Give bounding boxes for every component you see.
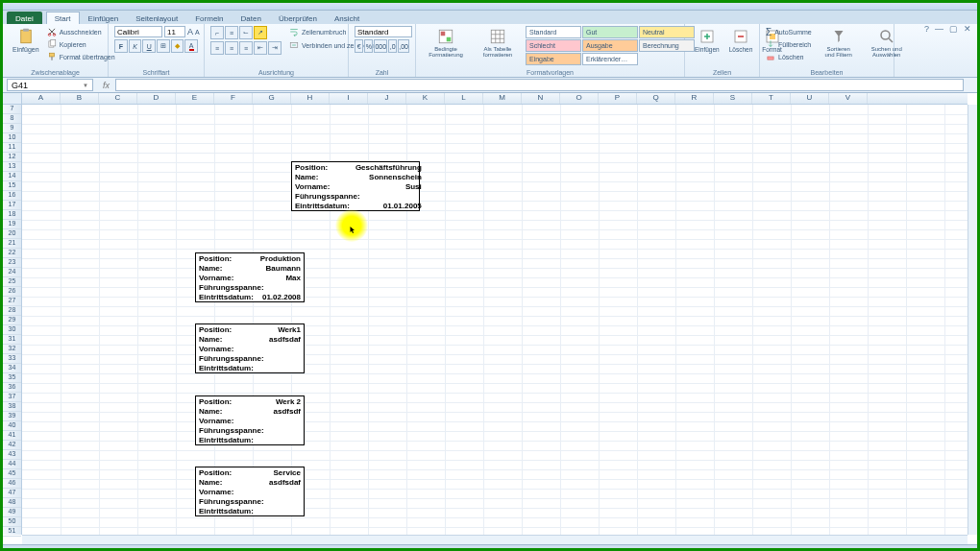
col-header-D[interactable]: D [137, 93, 176, 104]
fx-icon[interactable]: fx [103, 81, 110, 90]
grid-area[interactable]: Position:GeschäftsführungName:Sonnensche… [22, 105, 968, 535]
row-header-31[interactable]: 31 [3, 335, 21, 345]
row-header-39[interactable]: 39 [3, 412, 21, 421]
tab-einfuegen[interactable]: Einfügen [80, 12, 128, 24]
conditional-format-button[interactable]: Bedingte Formatierung [422, 26, 470, 60]
row-header-45[interactable]: 45 [3, 469, 21, 479]
dec-inc-button[interactable]: ,0 [388, 39, 397, 53]
org-card-c3[interactable]: Position:Werk1Name:asdfsdafVorname:Führu… [195, 323, 305, 373]
help-icon[interactable]: ? [924, 24, 929, 34]
row-header-48[interactable]: 48 [3, 498, 21, 508]
align-left-button[interactable]: ≡ [210, 41, 224, 55]
align-top-button[interactable]: ⌐ [210, 26, 224, 39]
row-header-34[interactable]: 34 [3, 364, 21, 373]
style-gut[interactable]: Gut [582, 26, 638, 38]
org-card-c2[interactable]: Position:ProduktionName:BaumannVorname:M… [195, 252, 305, 302]
col-header-G[interactable]: G [253, 93, 291, 104]
cut-button[interactable]: Ausschneiden [47, 26, 115, 37]
col-header-P[interactable]: P [599, 93, 637, 104]
align-bottom-button[interactable]: ⌙ [239, 26, 253, 39]
border-button[interactable]: ⊞ [157, 39, 170, 53]
dec-dec-button[interactable]: ,00 [398, 39, 409, 53]
row-header-50[interactable]: 50 [3, 517, 21, 527]
col-header-R[interactable]: R [675, 93, 714, 104]
row-header-27[interactable]: 27 [3, 297, 21, 306]
tab-ansicht[interactable]: Ansicht [326, 12, 368, 24]
col-header-A[interactable]: A [22, 93, 61, 104]
row-header-9[interactable]: 9 [3, 124, 21, 133]
row-header-43[interactable]: 43 [3, 450, 21, 460]
tab-ueberpruefen[interactable]: Überprüfen [270, 12, 326, 24]
col-header-E[interactable]: E [176, 93, 214, 104]
row-header-20[interactable]: 20 [3, 229, 21, 239]
format-as-table-button[interactable]: Als Tabelle formatieren [474, 26, 522, 60]
row-header-18[interactable]: 18 [3, 210, 21, 220]
horizontal-scrollbar[interactable] [22, 535, 968, 544]
tab-formeln[interactable]: Formeln [186, 12, 232, 24]
row-header-15[interactable]: 15 [3, 181, 21, 191]
maximize-icon[interactable]: ▢ [949, 24, 958, 34]
select-all-corner[interactable] [3, 93, 22, 105]
col-header-V[interactable]: V [829, 93, 868, 104]
row-header-24[interactable]: 24 [3, 268, 21, 277]
col-header-J[interactable]: J [368, 93, 406, 104]
row-header-25[interactable]: 25 [3, 277, 21, 287]
row-header-38[interactable]: 38 [3, 402, 21, 412]
align-right-button[interactable]: ≡ [239, 41, 253, 55]
row-header-10[interactable]: 10 [3, 133, 21, 143]
tab-file[interactable]: Datei [7, 12, 42, 24]
col-header-I[interactable]: I [330, 93, 368, 104]
col-header-F[interactable]: F [214, 93, 253, 104]
thousands-button[interactable]: 000 [374, 39, 387, 53]
org-card-c4[interactable]: Position:Werk 2Name:asdfsdfVorname:Führu… [195, 395, 305, 445]
row-header-29[interactable]: 29 [3, 316, 21, 325]
bold-button[interactable]: F [114, 39, 128, 53]
tab-daten[interactable]: Daten [233, 12, 270, 24]
cell-styles-gallery[interactable]: Standard Gut Neutral Schlecht Ausgabe Be… [526, 26, 695, 65]
autosum-button[interactable]: ΣAutoSumme [766, 26, 812, 37]
underline-button[interactable]: U [142, 39, 156, 53]
col-header-L[interactable]: L [445, 93, 483, 104]
align-center-button[interactable]: ≡ [225, 41, 238, 55]
find-select-button[interactable]: Suchen und Auswählen [866, 26, 908, 62]
row-header-35[interactable]: 35 [3, 373, 21, 383]
row-header-19[interactable]: 19 [3, 220, 21, 229]
row-header-21[interactable]: 21 [3, 239, 21, 249]
row-header-46[interactable]: 46 [3, 479, 21, 489]
worksheet[interactable]: ABCDEFGHIJKLMNOPQRSTUV 78910111213141516… [3, 93, 977, 544]
row-header-42[interactable]: 42 [3, 441, 21, 450]
row-header-44[interactable]: 44 [3, 460, 21, 469]
col-header-K[interactable]: K [406, 93, 445, 104]
align-middle-button[interactable]: ≡ [225, 26, 238, 39]
font-name-select[interactable] [114, 26, 162, 37]
row-header-49[interactable]: 49 [3, 508, 21, 517]
col-header-B[interactable]: B [61, 93, 99, 104]
col-header-M[interactable]: M [483, 93, 522, 104]
org-card-c1[interactable]: Position:GeschäftsführungName:Sonnensche… [291, 161, 420, 211]
row-header-51[interactable]: 51 [3, 527, 21, 537]
tab-start[interactable]: Start [46, 12, 80, 25]
formula-input[interactable] [115, 79, 964, 91]
col-header-S[interactable]: S [714, 93, 752, 104]
row-header-17[interactable]: 17 [3, 201, 21, 210]
delete-cells-button[interactable]: Löschen [725, 26, 757, 55]
row-header-7[interactable]: 7 [3, 105, 21, 114]
row-header-47[interactable]: 47 [3, 489, 21, 498]
clear-button[interactable]: Löschen [766, 51, 812, 62]
col-header-O[interactable]: O [560, 93, 599, 104]
currency-button[interactable]: € [355, 39, 363, 53]
row-header-33[interactable]: 33 [3, 354, 21, 364]
row-header-8[interactable]: 8 [3, 114, 21, 124]
fill-button[interactable]: Füllbereich [766, 38, 812, 50]
row-header-37[interactable]: 37 [3, 393, 21, 402]
row-header-40[interactable]: 40 [3, 421, 21, 431]
row-header-26[interactable]: 26 [3, 287, 21, 297]
close-icon[interactable]: ✕ [964, 24, 971, 34]
col-header-N[interactable]: N [522, 93, 560, 104]
row-header-32[interactable]: 32 [3, 345, 21, 354]
row-header-13[interactable]: 13 [3, 162, 21, 172]
col-header-T[interactable]: T [752, 93, 791, 104]
row-header-22[interactable]: 22 [3, 249, 21, 258]
col-header-U[interactable]: U [791, 93, 829, 104]
font-color-button[interactable]: A [184, 39, 198, 53]
